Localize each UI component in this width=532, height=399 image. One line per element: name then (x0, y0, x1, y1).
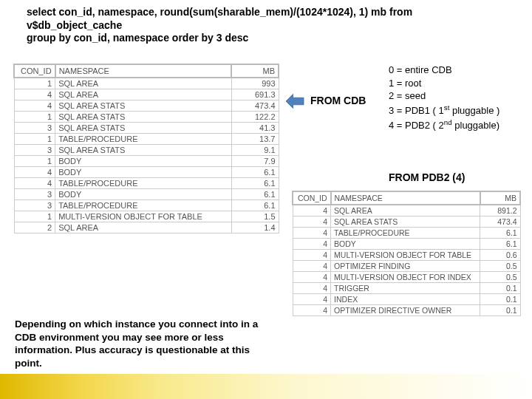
cell: 6.1 (480, 239, 520, 250)
cell: 1 (14, 112, 55, 123)
table-row: 4BODY6.1 (293, 239, 520, 250)
cell: BODY (55, 156, 232, 167)
cell: TRIGGER (331, 283, 480, 294)
table-row: 4BODY6.1 (14, 167, 279, 178)
cell: SQL AREA (331, 205, 480, 216)
cell: 3 (14, 200, 55, 211)
cell: 891.2 (480, 205, 520, 216)
cell: BODY (55, 167, 232, 178)
arrow-left-icon (284, 92, 305, 110)
cell: TABLE/PROCEDURE (55, 134, 232, 145)
table-row: 4OPTIMIZER DIRECTIVE OWNER0.1 (293, 305, 520, 316)
cell: 4 (293, 228, 331, 239)
cell: 4 (293, 294, 331, 305)
cell: 0.1 (480, 305, 520, 316)
table-row: 1MULTI-VERSION OBJECT FOR TABLE1.5 (14, 211, 279, 222)
con-id-legend: 0 = entire CDB 1 = root 2 = seed 3 = PDB… (389, 64, 529, 132)
cell: 7.9 (231, 156, 279, 167)
cell: 4 (293, 205, 331, 216)
cell: SQL AREA STATS (55, 123, 232, 134)
table-row: 4MULTI-VERSION OBJECT FOR TABLE0.6 (293, 250, 520, 261)
cell: SQL AREA STATS (331, 216, 480, 228)
cell: 1.4 (231, 222, 279, 233)
cell: 3 (14, 189, 55, 200)
label-from-pdb2: FROM PDB2 (4) (389, 171, 465, 183)
cell: 473.4 (480, 216, 520, 228)
col-con-id: CON_ID (14, 64, 55, 78)
table-row: 4MULTI-VERSION OBJECT FOR INDEX0.5 (293, 272, 520, 283)
cell: 6.1 (231, 167, 279, 178)
cell: OPTIMIZER DIRECTIVE OWNER (331, 305, 480, 316)
table-row: 1TABLE/PROCEDURE13.7 (14, 134, 279, 145)
table-row: 3TABLE/PROCEDURE6.1 (14, 200, 279, 211)
legend-line: 4 = PDB2 ( 2nd pluggable) (389, 117, 529, 132)
cell: 0.5 (480, 261, 520, 272)
col-mb: MB (231, 64, 279, 78)
cell: SQL AREA (55, 78, 232, 89)
label-from-cdb: FROM CDB (310, 95, 366, 106)
legend-line: 0 = entire CDB (389, 64, 529, 77)
table-row: 3SQL AREA STATS9.1 (14, 145, 279, 156)
sql-line: group by con_id, namespace order by 3 de… (27, 32, 440, 45)
cell: 4 (293, 261, 331, 272)
col-mb: MB (480, 191, 520, 205)
cell: 1 (14, 134, 55, 145)
cell: 0.1 (480, 294, 520, 305)
cell: 4 (293, 216, 331, 228)
cell: 6.1 (231, 178, 279, 189)
cell: 4 (293, 272, 331, 283)
col-namespace: NAMESPACE (331, 191, 480, 205)
cell: 6.1 (480, 228, 520, 239)
cell: 1 (14, 156, 55, 167)
table-row: 2SQL AREA1.4 (14, 222, 279, 233)
cell: 2 (14, 222, 55, 233)
cell: 4 (14, 89, 55, 100)
table-row: 4TABLE/PROCEDURE6.1 (293, 228, 520, 239)
pdb2-table: CON_ID NAMESPACE MB 4SQL AREA891.24SQL A… (292, 191, 521, 316)
cell: SQL AREA STATS (55, 145, 232, 156)
legend-line: 2 = seed (389, 89, 529, 103)
cell: TABLE/PROCEDURE (55, 178, 232, 189)
cell: 41.3 (231, 123, 279, 134)
cell: 0.6 (480, 250, 520, 261)
slide: select con_id, namespace, round(sum(shar… (0, 0, 532, 399)
table-row: 4SQL AREA691.3 (14, 89, 279, 100)
cell: 4 (14, 100, 55, 112)
cdb-table: CON_ID NAMESPACE MB 1SQL AREA9934SQL ARE… (13, 64, 279, 233)
cell: 9.1 (231, 145, 279, 156)
cell: TABLE/PROCEDURE (331, 228, 480, 239)
cell: INDEX (331, 294, 480, 305)
cell: 6.1 (231, 189, 279, 200)
table-row: 3BODY6.1 (14, 189, 279, 200)
table-row: 1SQL AREA993 (14, 78, 279, 89)
sql-line: select con_id, namespace, round(sum(shar… (27, 6, 440, 19)
svg-marker-0 (286, 94, 304, 108)
cell: 4 (293, 305, 331, 316)
cell: 1 (14, 78, 55, 89)
cell: 0.5 (480, 272, 520, 283)
table-header-row: CON_ID NAMESPACE MB (14, 64, 279, 78)
cell: MULTI-VERSION OBJECT FOR TABLE (331, 250, 480, 261)
table-row: 4TRIGGER0.1 (293, 283, 520, 294)
cell: 993 (231, 78, 279, 89)
col-con-id: CON_ID (293, 191, 331, 205)
cell: SQL AREA (55, 222, 232, 233)
cell: 473.4 (231, 100, 279, 112)
cell: SQL AREA STATS (55, 100, 232, 112)
cell: BODY (331, 239, 480, 250)
cell: OPTIMIZER FINDING (331, 261, 480, 272)
table-row: 4SQL AREA891.2 (293, 205, 520, 216)
footer-accent (0, 374, 532, 399)
table-row: 4SQL AREA STATS473.4 (14, 100, 279, 112)
cell: MULTI-VERSION OBJECT FOR INDEX (331, 272, 480, 283)
cell: 4 (14, 167, 55, 178)
table-row: 4SQL AREA STATS473.4 (293, 216, 520, 228)
cell: BODY (55, 189, 232, 200)
table-row: 4OPTIMIZER FINDING0.5 (293, 261, 520, 272)
cell: 4 (14, 178, 55, 189)
table-row: 4INDEX0.1 (293, 294, 520, 305)
legend-line: 1 = root (389, 77, 529, 90)
table-row: 4TABLE/PROCEDURE6.1 (14, 178, 279, 189)
legend-line: 3 = PDB1 ( 1st pluggable ) (389, 103, 529, 117)
cell: MULTI-VERSION OBJECT FOR TABLE (55, 211, 232, 222)
